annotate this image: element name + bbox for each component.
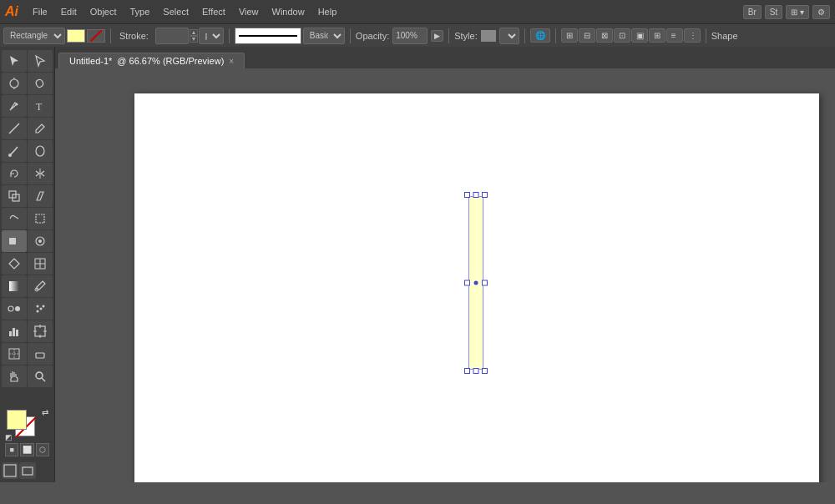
color-fill-btn[interactable]: ■ xyxy=(5,443,18,456)
type-tool[interactable]: T xyxy=(28,95,53,117)
color-area: ⇄ ◩ ■ ⬜ ⬡ xyxy=(2,405,53,460)
svg-point-26 xyxy=(43,305,45,308)
perspective-grid-tool[interactable] xyxy=(2,253,27,275)
handle-bottom-right[interactable] xyxy=(482,368,488,374)
stroke-preview xyxy=(235,28,301,44)
magic-wand-tool[interactable] xyxy=(2,73,27,94)
fill-swatch[interactable] xyxy=(67,29,85,43)
free-transform-tool[interactable] xyxy=(28,208,53,229)
stock-button[interactable]: St xyxy=(765,5,782,19)
opacity-expand-btn[interactable]: ▶ xyxy=(431,30,443,42)
menu-view[interactable]: View xyxy=(233,4,265,19)
stroke-style-select[interactable]: Basic xyxy=(303,28,345,44)
menu-select[interactable]: Select xyxy=(157,4,195,19)
blend-tool[interactable] xyxy=(2,298,27,320)
align-v-btn[interactable]: ⋮ xyxy=(684,28,701,43)
menu-file[interactable]: File xyxy=(27,4,53,19)
tool-row-select xyxy=(2,50,53,72)
eyedropper-tool[interactable] xyxy=(28,275,53,297)
stroke-down-arrow[interactable]: ▼ xyxy=(190,36,198,43)
menu-effect[interactable]: Effect xyxy=(196,4,231,19)
stroke-up-arrow[interactable]: ▲ xyxy=(190,29,198,36)
opacity-input[interactable] xyxy=(392,28,428,44)
handle-bottom-middle[interactable] xyxy=(473,368,479,374)
menu-window[interactable]: Window xyxy=(266,4,311,19)
align-center-btn[interactable]: ⊟ xyxy=(579,28,595,43)
stroke-weight-input[interactable] xyxy=(155,28,189,44)
tab-close-btn[interactable]: × xyxy=(229,57,234,66)
tool-row-10 xyxy=(2,253,53,275)
document-tab[interactable]: Untitled-1* @ 66.67% (RGB/Preview) × xyxy=(58,53,245,68)
align-bottom-btn[interactable]: ⊞ xyxy=(649,28,665,43)
align-h-btn[interactable]: ≡ xyxy=(666,28,683,43)
column-graph-tool[interactable] xyxy=(2,320,27,342)
mesh-tool[interactable] xyxy=(28,253,53,275)
menu-type[interactable]: Type xyxy=(124,4,156,19)
artboard-tool[interactable] xyxy=(28,320,53,342)
tool-row-11 xyxy=(2,275,53,297)
svg-point-22 xyxy=(15,306,20,311)
menu-help[interactable]: Help xyxy=(312,4,343,19)
menu-edit[interactable]: Edit xyxy=(55,4,83,19)
workspace-button[interactable]: ⊞ ▾ xyxy=(786,5,809,19)
pencil-tool[interactable] xyxy=(28,118,53,139)
default-colors-btn[interactable]: ◩ xyxy=(5,433,13,441)
screen-mode-btn[interactable] xyxy=(19,462,36,479)
handle-top-middle[interactable] xyxy=(473,192,479,198)
stroke-slash-icon[interactable] xyxy=(87,29,105,43)
handle-middle-left[interactable] xyxy=(464,280,470,286)
hand-tool[interactable] xyxy=(2,365,27,387)
align-left-btn[interactable]: ⊞ xyxy=(561,28,578,43)
stroke-unit-select[interactable]: pt xyxy=(199,28,224,44)
divider-4 xyxy=(448,28,449,43)
color-gradient-btn[interactable]: ⬜ xyxy=(20,443,33,456)
handle-top-right[interactable] xyxy=(482,192,488,198)
warp-tool[interactable] xyxy=(2,208,27,229)
style-swatch[interactable] xyxy=(481,30,496,42)
swap-colors-btn[interactable]: ⇄ xyxy=(42,408,48,417)
shape-builder-tool[interactable] xyxy=(2,230,27,252)
shape-selector[interactable]: Rectangle xyxy=(3,28,65,44)
handle-top-left[interactable] xyxy=(464,192,470,198)
style-select[interactable]: ▾ xyxy=(499,28,519,44)
fill-color-swatch[interactable] xyxy=(7,410,27,430)
slice-tool[interactable] xyxy=(2,343,27,365)
pen-tool[interactable] xyxy=(2,95,27,117)
globe-btn[interactable]: 🌐 xyxy=(530,28,550,43)
divider-1 xyxy=(110,28,111,43)
paintbrush-tool[interactable] xyxy=(2,140,27,162)
blob-brush-tool[interactable] xyxy=(28,140,53,162)
selection-tool[interactable] xyxy=(2,50,27,72)
toolbox: T xyxy=(0,47,55,482)
tool-row-15 xyxy=(2,365,53,387)
handle-middle-right[interactable] xyxy=(482,280,488,286)
bridge-button[interactable]: Br xyxy=(743,5,762,19)
live-paint-tool[interactable] xyxy=(28,230,53,252)
menu-bar: Ai File Edit Object Type Select Effect V… xyxy=(0,0,835,23)
align-mid-btn[interactable]: ▣ xyxy=(631,28,648,43)
sync-button[interactable]: ⚙ xyxy=(812,5,830,19)
handle-bottom-left[interactable] xyxy=(464,368,470,374)
symbol-sprayer-tool[interactable] xyxy=(28,298,53,320)
align-right-btn[interactable]: ⊠ xyxy=(596,28,613,43)
eraser-tool[interactable] xyxy=(28,343,53,365)
gradient-tool[interactable] xyxy=(2,275,27,297)
svg-rect-29 xyxy=(16,330,18,336)
direct-selection-tool[interactable] xyxy=(28,50,53,72)
canvas-content[interactable] xyxy=(55,68,835,482)
lasso-tool[interactable] xyxy=(28,73,53,94)
tab-bar: Untitled-1* @ 66.67% (RGB/Preview) × xyxy=(55,47,835,68)
shape-label-right: Shape xyxy=(711,31,738,41)
shear-tool[interactable] xyxy=(28,185,53,207)
draw-mode-btn[interactable] xyxy=(2,462,18,479)
line-tool[interactable] xyxy=(2,118,27,139)
zoom-tool[interactable] xyxy=(28,365,53,387)
align-top-btn[interactable]: ⊡ xyxy=(614,28,630,43)
menu-object[interactable]: Object xyxy=(84,4,123,19)
scale-tool[interactable] xyxy=(2,185,27,207)
rotate-tool[interactable] xyxy=(2,163,27,184)
stroke-weight-spinner[interactable]: ▲ ▼ xyxy=(190,29,198,43)
reflect-tool[interactable] xyxy=(28,163,53,184)
selected-object[interactable] xyxy=(464,192,488,374)
color-none-btn[interactable]: ⬡ xyxy=(36,443,49,456)
